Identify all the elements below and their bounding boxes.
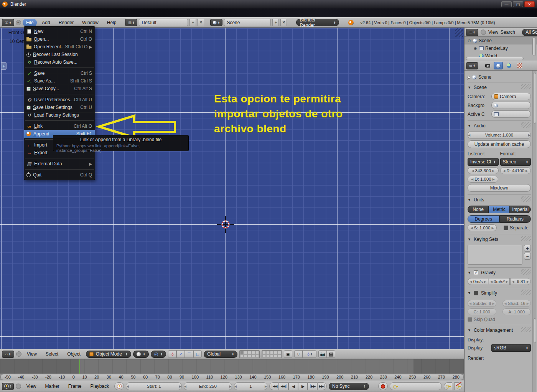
menu-window[interactable]: Window xyxy=(79,19,102,26)
mixdown-button[interactable]: Mixdown xyxy=(468,184,531,192)
collapse-triangle-icon[interactable]: ▼ xyxy=(468,86,471,89)
units-none-button[interactable]: None xyxy=(468,206,489,213)
simplify-shadow-field[interactable]: ◀Shad: 16▶ xyxy=(502,300,531,307)
view3d-editor-selector[interactable]: ▱▲▼ xyxy=(2,351,14,358)
units-metric-button[interactable]: Metric xyxy=(489,206,510,213)
file-menu-item-save-as[interactable]: Save As...Shift Ctrl S xyxy=(24,77,95,85)
file-menu-item-open[interactable]: Open...Ctrl O xyxy=(24,35,95,43)
manipulator-scale-icon[interactable]: ◻ xyxy=(193,350,202,358)
tab-render[interactable] xyxy=(483,62,492,69)
menu-help[interactable]: Help xyxy=(104,19,120,26)
view3d-menu-select[interactable]: Select xyxy=(42,350,62,358)
sync-dropdown[interactable]: No Sync▲▼ xyxy=(329,383,369,390)
simplify-ao-field[interactable]: A: 1.000 xyxy=(502,308,531,315)
menu-render[interactable]: Render xyxy=(55,19,77,26)
update-animation-cache-button[interactable]: Update animation cache xyxy=(468,140,531,148)
panel-drag-stripes[interactable] xyxy=(521,122,531,128)
doppler-field[interactable]: ◀D: 1.000▶ xyxy=(468,176,498,183)
panel-drag-stripes[interactable] xyxy=(521,269,531,275)
file-menu-item-recover-last-session[interactable]: Recover Last Session xyxy=(24,51,95,58)
units-degrees-button[interactable]: Degrees xyxy=(468,215,499,223)
delete-keyframe-button[interactable] xyxy=(454,382,462,390)
volume-slider[interactable]: ◀Volume: 1.000▶ xyxy=(468,131,531,139)
editor-type-selector[interactable]: ⓘ▲▼ xyxy=(2,19,14,26)
view3d-collapse-icon[interactable]: − xyxy=(16,351,21,357)
layer-cell[interactable] xyxy=(266,351,270,354)
outliner-item-renderlayers[interactable]: ⊕ RenderLay xyxy=(465,44,537,52)
layer-cell[interactable] xyxy=(262,354,266,357)
outliner-vscrollbar[interactable] xyxy=(532,38,536,56)
menu-file[interactable]: File xyxy=(23,19,37,26)
speed-of-sound-field[interactable]: ◀343.300▶ xyxy=(468,167,499,174)
panel-drag-stripes[interactable] xyxy=(521,236,531,241)
insert-keyframe-button[interactable] xyxy=(444,382,452,390)
file-menu-item-recover-auto-save[interactable]: Recover Auto Save... xyxy=(24,58,95,66)
play-button[interactable]: ▶ xyxy=(298,382,308,390)
outliner-collapse-icon[interactable]: − xyxy=(481,30,486,35)
delete-scene-button[interactable]: ✕ xyxy=(280,19,287,26)
outliner-editor-selector[interactable]: ☰▲▼ xyxy=(466,29,478,36)
expand-icon[interactable]: ⊖ xyxy=(467,39,471,43)
time-indicator-button[interactable] xyxy=(114,382,124,390)
timeline-menu-marker[interactable]: Marker xyxy=(41,382,63,390)
file-menu-item-new[interactable]: NewCtrl N xyxy=(24,28,95,35)
area-resize-corner[interactable] xyxy=(455,28,463,37)
timeline-menu-view[interactable]: View xyxy=(23,382,40,390)
layer-cell[interactable] xyxy=(240,354,244,357)
scene-field[interactable]: Scene xyxy=(224,19,271,26)
panel-drag-stripes[interactable] xyxy=(521,196,531,202)
properties-region-toggle[interactable]: ＋ xyxy=(1,62,7,70)
panel-drag-stripes[interactable] xyxy=(521,290,531,295)
gravity-y-field[interactable]: ◀0m/s²▶ xyxy=(489,278,509,285)
audio-channels-dropdown[interactable]: Stereo▲▼ xyxy=(500,158,531,166)
units-radians-button[interactable]: Radians xyxy=(499,215,531,223)
collapse-triangle-icon[interactable]: ▼ xyxy=(468,124,471,128)
layer-cell[interactable] xyxy=(262,351,266,354)
mode-dropdown[interactable]: Object Mode▲▼ xyxy=(86,351,131,358)
collapse-triangle-icon[interactable]: ▼ xyxy=(468,291,471,295)
maximize-button[interactable]: ▢ xyxy=(513,1,523,7)
snap-magnet-icon[interactable]: ∪ xyxy=(294,350,303,358)
scene-selector-icon[interactable]: ▲▼ xyxy=(210,19,222,26)
snap-element-dropdown[interactable]: ⊹▲▼ xyxy=(303,350,316,358)
timeline-track[interactable] xyxy=(0,359,464,374)
file-menu-item-open-recent[interactable]: Open Recent...Shift Ctrl O▶ xyxy=(24,43,95,51)
menu-add[interactable]: Add xyxy=(38,19,53,26)
layers-grid-1[interactable] xyxy=(239,350,260,358)
camera-field[interactable]: Camera xyxy=(491,93,531,100)
add-scene-button[interactable]: ＋ xyxy=(272,19,279,26)
lock-to-scene-icon[interactable]: ▣ xyxy=(284,350,292,358)
units-imperial-button[interactable]: Imperial xyxy=(510,206,531,213)
keying-sets-list[interactable] xyxy=(468,245,522,265)
auto-keyframe-button[interactable] xyxy=(378,382,388,390)
layer-cell[interactable] xyxy=(270,351,273,354)
simplify-child-particles-field[interactable]: C: 1.000 xyxy=(468,308,496,315)
file-menu-item-save-copy[interactable]: Save Copy...Ctrl Alt S xyxy=(24,85,95,92)
file-menu-item-save[interactable]: SaveCtrl S xyxy=(24,69,95,77)
layer-cell[interactable] xyxy=(248,351,251,354)
properties-scrollbar[interactable] xyxy=(532,71,536,392)
file-menu-item-load-factory-settings[interactable]: Load Factory Settings xyxy=(24,111,95,119)
manipulator-axis-icon[interactable]: ⊹ xyxy=(168,350,176,358)
orientation-dropdown[interactable]: Global▲▼ xyxy=(204,351,237,358)
gravity-x-field[interactable]: ◀0m/s▶ xyxy=(468,278,488,285)
layer-cell[interactable] xyxy=(255,351,259,354)
gravity-checkbox[interactable] xyxy=(474,270,478,275)
tab-render-layers[interactable] xyxy=(515,62,524,69)
unit-scale-field[interactable]: ◀S: 1.000▶ xyxy=(468,224,497,231)
jump-to-start-button[interactable]: ⏐◀◀ xyxy=(269,382,279,390)
timeline-ruler[interactable]: -50-40-30-20-100102030405060708090100110… xyxy=(0,374,464,380)
outliner-item-scene[interactable]: ⊖ Scene xyxy=(465,37,537,44)
delete-screen-button[interactable]: ✕ xyxy=(198,19,204,26)
render-engine-dropdown[interactable]: Blender Render▲▼ xyxy=(296,19,339,26)
file-menu-item-external-data[interactable]: External Data▶ xyxy=(24,160,95,168)
outliner-menu-view[interactable]: View xyxy=(488,30,498,35)
timeline-editor-selector[interactable]: ▲▼ xyxy=(2,383,14,390)
layer-cell[interactable] xyxy=(266,354,270,357)
layer-cell[interactable] xyxy=(244,351,247,354)
panel-drag-stripes[interactable] xyxy=(521,327,531,332)
outliner-filter-dropdown[interactable]: All Sc xyxy=(522,29,537,36)
view3d-menu-object[interactable]: Object xyxy=(64,350,84,358)
jump-to-end-button[interactable]: ▶▶⏐ xyxy=(317,382,327,390)
next-keyframe-button[interactable]: ⏐▶▶ xyxy=(308,382,317,390)
